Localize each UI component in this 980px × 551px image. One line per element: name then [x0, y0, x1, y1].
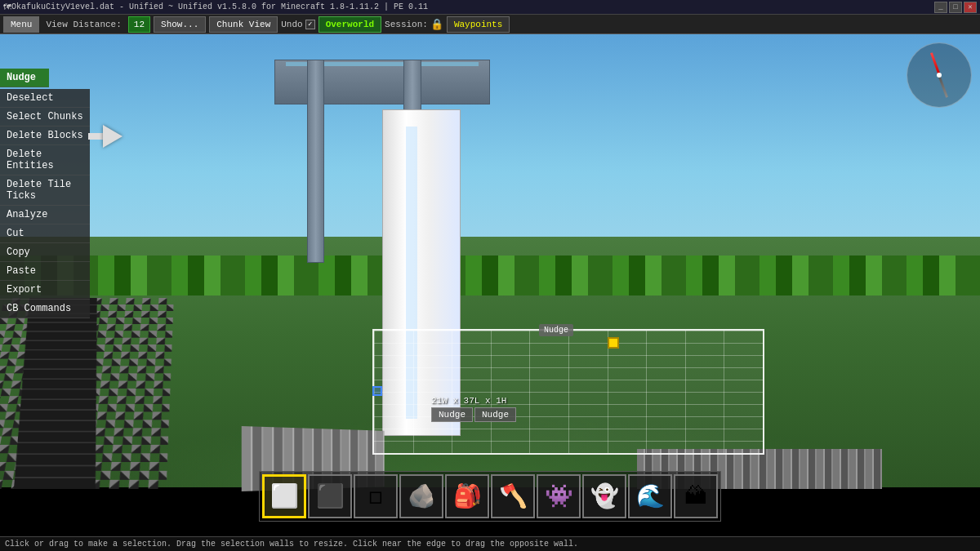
- game-view: Nudge 21W x 37L x 1H Nudge Nudge Nudge D…: [0, 34, 980, 536]
- delete-blocks-button[interactable]: Delete Blocks: [0, 127, 90, 145]
- trees-horizon: [0, 256, 980, 295]
- undo-check[interactable]: Undo ✓: [281, 20, 314, 29]
- overworld-button[interactable]: Overworld: [318, 16, 381, 33]
- compass-north-needle: [930, 52, 940, 74]
- view-distance-value[interactable]: 12: [128, 16, 150, 33]
- view-distance-label: View Distance:: [42, 20, 124, 29]
- session-label: Session:: [385, 20, 428, 29]
- compass-south-needle: [938, 75, 948, 97]
- selection-box[interactable]: [372, 329, 764, 455]
- compass-center: [937, 73, 942, 78]
- lock-icon: 🔒: [430, 18, 443, 31]
- titlebar-title: OkafukuCityV1evel.dat - Unified ~ Unifie…: [11, 2, 428, 11]
- selection-marker: [608, 337, 619, 349]
- tower-left: [307, 60, 324, 263]
- statusbar-text: Click or drag to make a selection. Drag …: [5, 540, 578, 549]
- menubar: Menu View Distance: 12 Show... Chunk Vie…: [0, 15, 980, 34]
- hotbar-slot-5-icon: 🎒: [453, 482, 482, 510]
- hotbar-slot-9[interactable]: 🌊: [628, 474, 672, 518]
- hotbar-slot-5[interactable]: 🎒: [445, 474, 489, 518]
- select-chunks-button[interactable]: Select Chunks: [0, 108, 90, 127]
- minimize-button[interactable]: _: [934, 2, 947, 13]
- hotbar-slot-10-icon: 🏔: [684, 482, 707, 510]
- session-indicator: Session: 🔒: [385, 18, 443, 31]
- hotbar-slot-6[interactable]: 🪓: [491, 474, 535, 518]
- delete-blocks-arrow-indicator: [88, 125, 122, 148]
- nudge-tooltip: Nudge: [539, 324, 573, 336]
- undo-checkbox[interactable]: ✓: [305, 20, 315, 29]
- analyze-button[interactable]: Analyze: [0, 206, 90, 224]
- hotbar-slot-7-icon: 👾: [545, 482, 573, 510]
- undo-label: Undo: [281, 20, 302, 29]
- delete-tile-ticks-button[interactable]: Delete Tile Ticks: [0, 176, 90, 206]
- waypoints-button[interactable]: Waypoints: [447, 16, 510, 33]
- hotbar-slot-3[interactable]: ◻: [354, 474, 398, 518]
- paste-button[interactable]: Paste: [0, 262, 90, 281]
- hotbar-slot-1-icon: ⬜: [270, 482, 299, 510]
- deselect-button[interactable]: Deselect: [0, 89, 90, 108]
- hotbar-slot-4[interactable]: 🪨: [399, 474, 443, 518]
- arrow-shaft: [88, 133, 105, 140]
- delete-entities-button[interactable]: Delete Entities: [0, 145, 90, 176]
- hotbar-slot-8[interactable]: 👻: [582, 474, 626, 518]
- cb-commands-button[interactable]: CB Commands: [0, 300, 90, 318]
- hotbar-slot-4-icon: 🪨: [408, 482, 436, 510]
- nudge-world-button-2[interactable]: Nudge: [474, 407, 516, 422]
- hotbar-slot-6-icon: 🪓: [499, 482, 528, 510]
- hotbar-slot-7[interactable]: 👾: [537, 474, 581, 518]
- selection-corner-handle[interactable]: [372, 386, 382, 396]
- show-button[interactable]: Show...: [154, 16, 206, 33]
- cut-button[interactable]: Cut: [0, 224, 90, 243]
- maximize-button[interactable]: □: [949, 2, 962, 13]
- statusbar: Click or drag to make a selection. Drag …: [0, 536, 980, 551]
- nudge-buttons-container: Nudge Nudge: [431, 407, 516, 422]
- hotbar-slot-2-icon: ⬛: [316, 482, 345, 510]
- hotbar-slot-1[interactable]: ⬜: [262, 474, 306, 518]
- close-button[interactable]: ✕: [964, 2, 977, 13]
- hotbar-slot-2[interactable]: ⬛: [308, 474, 352, 518]
- arrow-head: [103, 125, 122, 148]
- nudge-button[interactable]: Nudge: [0, 69, 49, 87]
- export-button[interactable]: Export: [0, 281, 90, 300]
- menu-button[interactable]: Menu: [3, 16, 39, 33]
- hotbar: ⬜ ⬛ ◻ 🪨 🎒 🪓 👾 👻 🌊 🏔: [259, 471, 721, 522]
- chunk-view-button[interactable]: Chunk View: [209, 16, 278, 33]
- titlebar-icon: 🗺: [3, 2, 11, 12]
- titlebar-controls: _ □ ✕: [934, 2, 977, 13]
- hotbar-slot-3-icon: ◻: [369, 482, 383, 510]
- titlebar: 🗺 OkafukuCityV1evel.dat - Unified ~ Unif…: [0, 0, 980, 15]
- hotbar-slot-8-icon: 👻: [590, 482, 619, 510]
- left-panel: Nudge Deselect Select Chunks Delete Bloc…: [0, 69, 90, 318]
- hotbar-slot-9-icon: 🌊: [636, 482, 665, 510]
- nudge-world-button-1[interactable]: Nudge: [431, 407, 473, 422]
- copy-button[interactable]: Copy: [0, 243, 90, 262]
- hotbar-slot-10[interactable]: 🏔: [674, 474, 718, 518]
- selection-info: 21W x 37L x 1H: [431, 396, 506, 406]
- compass: [906, 42, 972, 108]
